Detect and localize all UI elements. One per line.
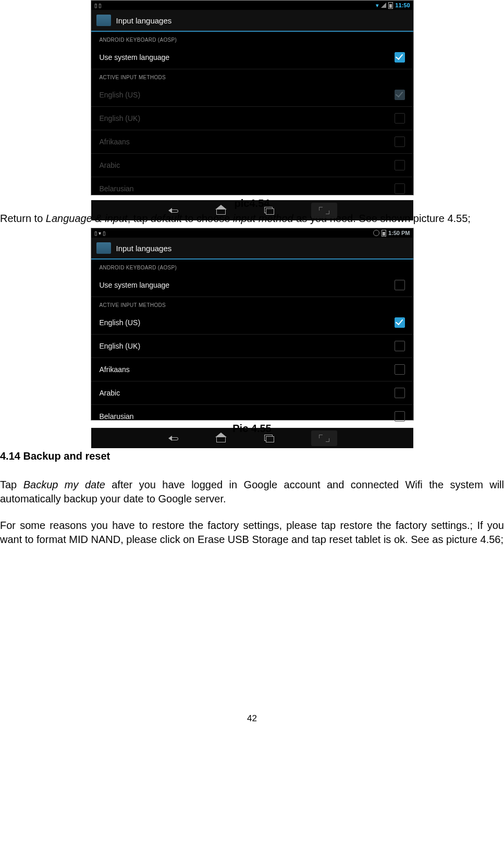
wifi-icon xyxy=(373,230,379,236)
wifi-icon: ▾ xyxy=(376,2,379,9)
checkbox-icon[interactable] xyxy=(395,317,405,328)
status-left-icons: ▯ ▯ xyxy=(94,3,102,8)
nav-screenshot-button[interactable] xyxy=(311,430,337,446)
status-bar: ▯ ▾ ▯ 1:50 PM xyxy=(91,228,413,238)
row-afrikaans: Afrikaans xyxy=(91,130,413,154)
status-time: 1:50 PM xyxy=(388,230,410,236)
row-label: English (UK) xyxy=(100,114,141,122)
row-label: Afrikaans xyxy=(100,365,130,374)
row-arabic: Arabic xyxy=(91,154,413,177)
settings-icon xyxy=(96,15,111,26)
nav-back-icon[interactable] xyxy=(167,433,179,444)
row-use-system-language[interactable]: Use system language xyxy=(91,274,413,297)
status-bar: ▯ ▯ ▾ 11:50 xyxy=(91,1,413,10)
row-use-system-language[interactable]: Use system language xyxy=(91,46,413,69)
checkbox-icon xyxy=(395,90,405,100)
row-belarusian: Belarusian xyxy=(91,177,413,200)
screen-header: Input languages xyxy=(91,238,413,260)
checkbox-icon[interactable] xyxy=(395,411,405,422)
nav-screenshot-button[interactable] xyxy=(311,203,337,218)
nav-recent-icon[interactable] xyxy=(263,433,275,444)
row-label: Use system language xyxy=(100,53,170,61)
checkbox-icon[interactable] xyxy=(395,280,405,290)
row-afrikaans[interactable]: Afrikaans xyxy=(91,358,413,381)
screenshot-pic4-54: ▯ ▯ ▾ 11:50 Input languages ANDROID KEYB… xyxy=(91,0,414,195)
checkbox-icon xyxy=(395,183,405,194)
screen-title: Input languages xyxy=(116,244,172,253)
row-english-us[interactable]: English (US) xyxy=(91,311,413,335)
status-left-icons: ▯ ▾ ▯ xyxy=(94,230,106,236)
checkbox-icon[interactable] xyxy=(395,388,405,398)
row-label: Belarusian xyxy=(100,184,134,193)
paragraph-backup-my-date: Tap Backup my date after you have logged… xyxy=(0,478,504,506)
section-android-keyboard: ANDROID KEYBOARD (AOSP) xyxy=(91,260,413,274)
row-english-uk[interactable]: English (UK) xyxy=(91,335,413,358)
row-label: Use system language xyxy=(100,281,170,289)
section-active-input: ACTIVE INPUT METHODS xyxy=(91,69,413,83)
paragraph-return-language: Return to Language & input, tap default … xyxy=(0,212,504,226)
row-label: English (US) xyxy=(100,91,141,99)
row-label: Arabic xyxy=(100,389,120,397)
nav-recent-icon[interactable] xyxy=(263,205,275,216)
nav-back-icon[interactable] xyxy=(167,205,179,216)
battery-icon xyxy=(388,2,393,9)
paragraph-factory-reset: For some reasons you have to restore the… xyxy=(0,519,504,547)
battery-icon xyxy=(382,230,386,237)
checkbox-icon xyxy=(395,113,405,124)
row-english-uk: English (UK) xyxy=(91,107,413,130)
caption-pic455: Pic 4.55 xyxy=(0,423,504,435)
row-label: Belarusian xyxy=(100,412,134,421)
checkbox-icon[interactable] xyxy=(395,364,405,375)
row-label: Afrikaans xyxy=(100,138,130,146)
signal-icon xyxy=(381,3,386,8)
caption-pic454: pic4.54 xyxy=(0,198,504,209)
screenshot-pic4-55: ▯ ▾ ▯ 1:50 PM Input languages ANDROID KE… xyxy=(91,228,414,421)
row-label: Arabic xyxy=(100,161,120,169)
nav-home-icon[interactable] xyxy=(215,433,227,444)
row-label: English (UK) xyxy=(100,342,141,350)
checkbox-icon[interactable] xyxy=(395,52,405,63)
row-label: English (US) xyxy=(100,318,141,327)
section-android-keyboard: ANDROID KEYBOARD (AOSP) xyxy=(91,32,413,46)
heading-backup-reset: 4.14 Backup and reset xyxy=(0,450,504,462)
settings-icon xyxy=(96,242,111,254)
row-arabic[interactable]: Arabic xyxy=(91,381,413,405)
page-number: 42 xyxy=(0,713,504,724)
screen-header: Input languages xyxy=(91,10,413,32)
checkbox-icon xyxy=(395,160,405,170)
screen-title: Input languages xyxy=(116,16,172,25)
row-english-us: English (US) xyxy=(91,83,413,107)
checkbox-icon xyxy=(395,137,405,147)
nav-home-icon[interactable] xyxy=(215,205,227,216)
status-time: 11:50 xyxy=(395,2,410,8)
checkbox-icon[interactable] xyxy=(395,341,405,351)
section-active-input: ACTIVE INPUT METHODS xyxy=(91,297,413,311)
